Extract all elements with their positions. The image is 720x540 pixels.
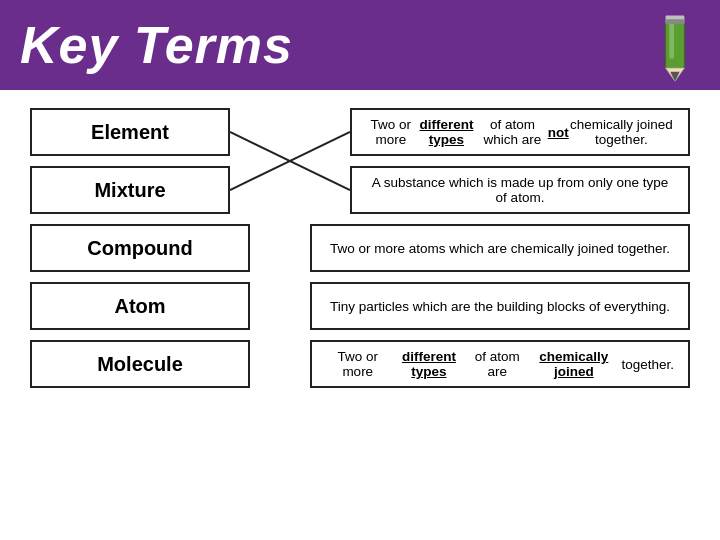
def-label-mixture: A substance which is made up from only o… — [350, 166, 690, 214]
svg-rect-4 — [669, 21, 674, 59]
term-row-molecule: Molecule Two or more different types of … — [30, 340, 690, 388]
connector-compound — [250, 224, 310, 272]
pencil-icon — [647, 8, 702, 83]
terms-container: Element Two or more different types of a… — [0, 90, 720, 406]
cross-gap — [230, 108, 350, 156]
term-row-mixture: Mixture A substance which is made up fro… — [30, 166, 690, 214]
term-label-compound: Compound — [30, 224, 250, 272]
term-label-mixture: Mixture — [30, 166, 230, 214]
term-row-element: Element Two or more different types of a… — [30, 108, 690, 156]
term-label-molecule: Molecule — [30, 340, 250, 388]
term-label-element: Element — [30, 108, 230, 156]
def-label-atom: Tiny particles which are the building bl… — [310, 282, 690, 330]
term-row-atom: Atom Tiny particles which are the buildi… — [30, 282, 690, 330]
page-title: Key Terms — [20, 15, 293, 75]
term-row-compound: Compound Two or more atoms which are che… — [30, 224, 690, 272]
svg-rect-0 — [666, 19, 685, 68]
connector-molecule — [250, 340, 310, 388]
def-label-element: Two or more different types of atom whic… — [350, 108, 690, 156]
def-label-molecule: Two or more different types of atom are … — [310, 340, 690, 388]
cross-gap-2 — [230, 166, 350, 214]
svg-rect-5 — [666, 19, 685, 24]
def-label-compound: Two or more atoms which are chemically j… — [310, 224, 690, 272]
crossed-rows-pair: Element Two or more different types of a… — [30, 108, 690, 214]
term-label-atom: Atom — [30, 282, 250, 330]
page-header: Key Terms — [0, 0, 720, 90]
connector-atom — [250, 282, 310, 330]
